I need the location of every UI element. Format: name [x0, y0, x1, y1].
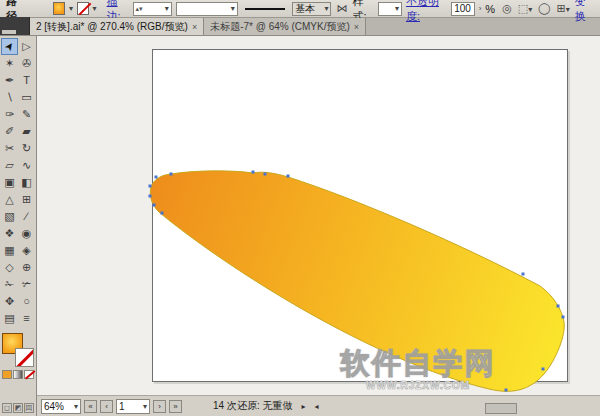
- style-combo[interactable]: ▾: [378, 2, 402, 16]
- anchor-point[interactable]: [149, 195, 152, 198]
- draw-normal-button[interactable]: ◻: [2, 403, 12, 413]
- next-artboard-button[interactable]: ›: [153, 400, 166, 413]
- knife-tool[interactable]: ✃: [18, 276, 35, 293]
- shape-mode-icon[interactable]: ⋈: [335, 2, 348, 15]
- magic-wand-tool[interactable]: ✶: [1, 55, 18, 72]
- gradient-tool[interactable]: ▧: [1, 208, 18, 225]
- width-tool[interactable]: ∿: [18, 157, 35, 174]
- line-segment-tool[interactable]: ∖: [1, 89, 18, 106]
- measure-tool[interactable]: ≡: [18, 310, 35, 327]
- close-icon[interactable]: ×: [354, 22, 359, 32]
- stroke-color-swatch[interactable]: [77, 2, 89, 15]
- align-panel-icon[interactable]: ⊞▾: [555, 2, 570, 15]
- anchor-point[interactable]: [149, 185, 152, 188]
- zoom-level-combo[interactable]: 64% ▾: [41, 399, 81, 414]
- status-forward-icon[interactable]: ▸: [301, 402, 305, 411]
- anchor-point[interactable]: [155, 176, 158, 179]
- rectangle-tool[interactable]: ▭: [18, 89, 35, 106]
- paintbrush-tool[interactable]: ✑: [1, 106, 18, 123]
- tab-label: 未标题-7* @ 64% (CMYK/预览): [210, 20, 350, 34]
- anchor-point[interactable]: [153, 204, 156, 207]
- anchor-point[interactable]: [542, 368, 545, 371]
- drawing-mode-buttons: ◻ ◩ 回: [2, 403, 34, 413]
- tab-label: 2 [转换].ai* @ 270.4% (RGB/预览): [36, 20, 188, 34]
- opacity-stepper-icon[interactable]: ›: [479, 4, 482, 13]
- anchor-point[interactable]: [252, 171, 255, 174]
- zoom-level-value: 64%: [44, 401, 64, 412]
- direct-selection-tool[interactable]: ▷: [18, 38, 35, 55]
- color-button[interactable]: [2, 370, 12, 379]
- mesh-tool[interactable]: ⊞: [18, 191, 35, 208]
- none-button[interactable]: [24, 370, 34, 379]
- first-artboard-button[interactable]: «: [84, 400, 97, 413]
- stroke-dropdown-icon[interactable]: ▾: [93, 4, 97, 13]
- draw-inside-button[interactable]: 回: [24, 403, 34, 413]
- live-paint-selection-tool[interactable]: ◇: [1, 259, 18, 276]
- draw-behind-button[interactable]: ◩: [13, 403, 23, 413]
- print-tiling-tool[interactable]: ▤: [1, 310, 18, 327]
- lasso-tool[interactable]: ✇: [18, 55, 35, 72]
- opacity-label[interactable]: 不透明度:: [406, 0, 447, 24]
- status-bar: 64% ▾ « ‹ 1 ▾ › » 14 次还原: 无重做 ▸ ◂: [37, 395, 600, 416]
- illustrator-window: 路径 ▾ ▾ 描边: ▴▾▾ ▾ 基本▾ ⋈ 样式: ▾ 不透明度: 100 ›…: [0, 0, 600, 416]
- opacity-unit-label: %: [485, 3, 495, 15]
- perspective-grid-tool[interactable]: △: [1, 191, 18, 208]
- control-bar: 路径 ▾ ▾ 描边: ▴▾▾ ▾ 基本▾ ⋈ 样式: ▾ 不透明度: 100 ›…: [0, 0, 600, 18]
- blend-tool[interactable]: ❖: [1, 225, 18, 242]
- brush-definition-combo[interactable]: ▾: [176, 2, 238, 16]
- transform-link[interactable]: 变换: [575, 0, 594, 24]
- horizontal-scrollbar-thumb[interactable]: [485, 403, 517, 414]
- graphic-style-combo[interactable]: 基本▾: [292, 2, 331, 16]
- selection-tool[interactable]: ➤: [1, 38, 18, 55]
- rotate-tool[interactable]: ↻: [18, 140, 35, 157]
- live-paint-bucket-tool[interactable]: ◈: [18, 242, 35, 259]
- slice-tool[interactable]: ✁: [1, 276, 18, 293]
- last-artboard-button[interactable]: »: [169, 400, 182, 413]
- tool-grid: ➤▷✶✇✒T∖▭✑✎✐▰✂↻▱∿▣◧△⊞▧∕❖◉▦◈◇⊕✁✃✥○▤≡: [1, 38, 35, 327]
- chevron-down-icon: ▾: [324, 4, 328, 13]
- tab-document-2[interactable]: 未标题-7* @ 64% (CMYK/预览) ×: [204, 18, 366, 35]
- eyedropper-tool[interactable]: ∕: [18, 208, 35, 225]
- fill-color-swatch[interactable]: [53, 2, 65, 15]
- select-similar-icon[interactable]: ⬚▾: [517, 2, 533, 15]
- pencil-tool[interactable]: ✎: [18, 106, 35, 123]
- stroke-preview-line: [245, 8, 285, 10]
- blob-brush-tool[interactable]: ✐: [1, 123, 18, 140]
- anchor-point[interactable]: [522, 273, 525, 276]
- status-back-icon[interactable]: ◂: [314, 402, 318, 411]
- anchor-point[interactable]: [505, 389, 508, 392]
- anchor-point[interactable]: [161, 212, 164, 215]
- pen-tool[interactable]: ✒: [1, 72, 18, 89]
- type-tool[interactable]: T: [18, 72, 35, 89]
- recolor-artwork-icon[interactable]: ◯: [537, 2, 551, 15]
- document-tab-bar: 2 [转换].ai* @ 270.4% (RGB/预览) × 未标题-7* @ …: [0, 18, 600, 36]
- anchor-point[interactable]: [557, 305, 560, 308]
- stroke-indicator-swatch[interactable]: [15, 348, 34, 367]
- scale-tool[interactable]: ▱: [1, 157, 18, 174]
- zoom-tool[interactable]: ○: [18, 293, 35, 310]
- isolate-selection-icon[interactable]: ◎: [501, 2, 513, 15]
- anchor-point[interactable]: [562, 316, 565, 319]
- close-icon[interactable]: ×: [192, 22, 197, 32]
- stroke-weight-combo[interactable]: ▴▾▾: [133, 2, 172, 16]
- fill-dropdown-icon[interactable]: ▾: [69, 4, 73, 13]
- tab-document-1[interactable]: 2 [转换].ai* @ 270.4% (RGB/预览) ×: [30, 18, 204, 35]
- column-graph-tool[interactable]: ▦: [1, 242, 18, 259]
- stroke-stepper-icon[interactable]: ▴▾: [136, 5, 143, 13]
- opacity-input[interactable]: 100: [451, 2, 475, 16]
- previous-artboard-button[interactable]: ‹: [100, 400, 113, 413]
- artboard-tool[interactable]: ⊕: [18, 259, 35, 276]
- free-transform-tool[interactable]: ▣: [1, 174, 18, 191]
- symbol-sprayer-tool[interactable]: ◉: [18, 225, 35, 242]
- shape-builder-tool[interactable]: ◧: [18, 174, 35, 191]
- artboard-number-combo[interactable]: 1 ▾: [116, 399, 150, 414]
- scissors-tool[interactable]: ✂: [1, 140, 18, 157]
- canvas[interactable]: [37, 36, 600, 395]
- gradient-button[interactable]: [13, 370, 23, 379]
- hand-tool[interactable]: ✥: [1, 293, 18, 310]
- gradient-shape[interactable]: [150, 171, 564, 391]
- eraser-tool[interactable]: ▰: [18, 123, 35, 140]
- anchor-point[interactable]: [287, 175, 290, 178]
- anchor-point[interactable]: [264, 173, 267, 176]
- anchor-point[interactable]: [170, 173, 173, 176]
